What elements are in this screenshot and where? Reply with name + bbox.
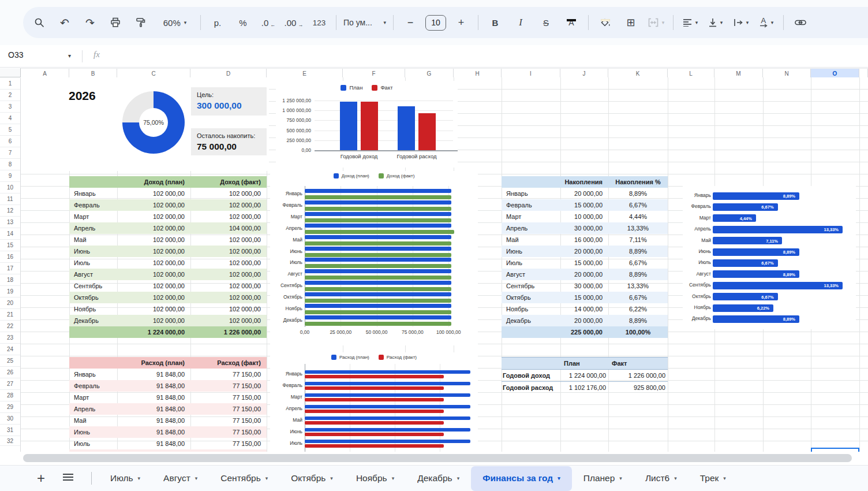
- row-header-11[interactable]: 11: [0, 194, 20, 205]
- cell[interactable]: 77 150,00: [190, 438, 267, 449]
- cell[interactable]: 13,33%: [608, 222, 668, 234]
- row-header-30[interactable]: 30: [0, 413, 20, 425]
- column-header-A[interactable]: A: [21, 69, 69, 78]
- cell[interactable]: 77 150,00: [190, 369, 267, 380]
- cell[interactable]: Доход (факт): [190, 176, 267, 188]
- table-row[interactable]: Апрель30 000,0013,33%: [502, 222, 668, 234]
- insert-link-button[interactable]: [788, 12, 813, 33]
- table-row[interactable]: Декабрь102 000,00102 000,00: [69, 315, 267, 326]
- cell[interactable]: Апрель: [69, 222, 117, 234]
- cell[interactable]: [69, 176, 117, 188]
- row-header-7[interactable]: 7: [0, 147, 20, 159]
- cell[interactable]: 102 000,00: [117, 257, 190, 269]
- savings-percent-bar-chart[interactable]: Январь8,89%Февраль6,67%Март4,44%Апрель13…: [683, 186, 856, 329]
- cell[interactable]: [69, 357, 117, 369]
- table-row[interactable]: Ноябрь14 000,006,22%: [502, 303, 668, 315]
- formula-input[interactable]: [115, 45, 866, 67]
- cell[interactable]: Август: [69, 269, 117, 280]
- cell[interactable]: 8,89%: [608, 269, 668, 280]
- cell[interactable]: Февраль: [502, 199, 560, 211]
- cell[interactable]: 102 000,00: [117, 211, 190, 222]
- cell[interactable]: 1 224 000,00: [560, 370, 608, 381]
- cell[interactable]: Накопления %: [608, 176, 668, 188]
- print-button[interactable]: [103, 12, 128, 33]
- cell[interactable]: 925 800,00: [608, 382, 668, 392]
- row-header-29[interactable]: 29: [0, 401, 20, 413]
- row-header-6[interactable]: 6: [0, 136, 20, 147]
- table-row[interactable]: Ноябрь102 000,00102 000,00: [69, 303, 267, 315]
- cell[interactable]: 91 848,00: [117, 438, 190, 449]
- decrease-decimal-button[interactable]: .0←: [256, 12, 281, 33]
- table-row[interactable]: Сентябрь30 000,0013,33%: [502, 280, 668, 292]
- cell[interactable]: Расход (план): [117, 357, 190, 369]
- cell[interactable]: 102 000,00: [190, 280, 267, 292]
- column-header-J[interactable]: J: [560, 69, 608, 78]
- row-header-25[interactable]: 25: [0, 355, 20, 367]
- cell[interactable]: 102 000,00: [190, 234, 267, 246]
- table-row[interactable]: Сентябрь102 000,00102 000,00: [69, 280, 267, 292]
- column-header-G[interactable]: G: [405, 69, 454, 78]
- cell[interactable]: Февраль: [69, 199, 117, 211]
- column-header-I[interactable]: I: [502, 69, 560, 78]
- row-header-31[interactable]: 31: [0, 425, 20, 436]
- sheet-tab-Планер[interactable]: Планер▾: [572, 466, 634, 491]
- undo-button[interactable]: ↶: [52, 12, 77, 33]
- horizontal-align-button[interactable]: ▾: [678, 12, 703, 33]
- fill-color-button[interactable]: [593, 12, 618, 33]
- column-header-partial[interactable]: [859, 69, 868, 78]
- row-header-20[interactable]: 20: [0, 297, 20, 309]
- annual-summary-table[interactable]: ПланФактГодовой доход1 224 000,001 226 0…: [502, 357, 668, 392]
- row-header-16[interactable]: 16: [0, 251, 20, 263]
- table-row[interactable]: Декабрь20 000,008,89%: [502, 315, 668, 326]
- cell[interactable]: 20 000,00: [560, 246, 608, 257]
- table-row[interactable]: Март10 000,004,44%: [502, 211, 668, 222]
- font-family-select[interactable]: По ум... ▾: [341, 12, 389, 33]
- name-box[interactable]: O33: [8, 50, 23, 59]
- table-row[interactable]: Февраль91 848,0077 150,00: [69, 380, 267, 392]
- cell[interactable]: 1 226 000,00: [190, 326, 267, 338]
- cell[interactable]: 6,67%: [608, 199, 668, 211]
- column-header-F[interactable]: F: [343, 69, 405, 78]
- column-header-H[interactable]: H: [454, 69, 502, 78]
- row-header-2[interactable]: 2: [0, 90, 20, 101]
- sheet-tab-Август[interactable]: Август▾: [152, 466, 209, 491]
- table-row[interactable]: Июль91 848,0077 150,00: [69, 438, 267, 449]
- row-header-17[interactable]: 17: [0, 263, 20, 274]
- cell[interactable]: 4,44%: [608, 211, 668, 222]
- cell[interactable]: 20 000,00: [560, 315, 608, 326]
- sheet-tab-Лист6[interactable]: Лист6▾: [634, 466, 689, 491]
- cell[interactable]: 102 000,00: [190, 211, 267, 222]
- cell[interactable]: Май: [502, 234, 560, 246]
- add-sheet-button[interactable]: +: [37, 470, 45, 486]
- table-row[interactable]: Февраль15 000,006,67%: [502, 199, 668, 211]
- cell[interactable]: 100,00%: [608, 326, 668, 338]
- cell[interactable]: 6,22%: [608, 303, 668, 315]
- row-header-9[interactable]: 9: [0, 170, 20, 182]
- cell[interactable]: 7,11%: [608, 234, 668, 246]
- cell[interactable]: Март: [502, 211, 560, 222]
- zoom-select[interactable]: 60% ▾: [154, 12, 196, 33]
- cell[interactable]: 77 150,00: [190, 426, 267, 438]
- decrease-font-size-button[interactable]: −: [398, 12, 423, 33]
- cell[interactable]: 102 000,00: [190, 199, 267, 211]
- cell[interactable]: 102 000,00: [117, 246, 190, 257]
- cell[interactable]: 102 000,00: [190, 246, 267, 257]
- column-header-E[interactable]: E: [267, 69, 343, 78]
- text-wrap-button[interactable]: ▾: [728, 12, 754, 33]
- table-row[interactable]: Март102 000,00102 000,00: [69, 211, 267, 222]
- cell[interactable]: 102 000,00: [117, 280, 190, 292]
- table-row[interactable]: Март91 848,0077 150,00: [69, 392, 267, 403]
- row-header-26[interactable]: 26: [0, 367, 20, 378]
- cell[interactable]: План: [560, 358, 608, 369]
- cell[interactable]: 102 000,00: [117, 199, 190, 211]
- column-header-K[interactable]: K: [608, 69, 668, 78]
- annual-plan-fact-bar-chart[interactable]: ПланФакт0,00250 000,00500 000,00750 000,…: [276, 81, 458, 168]
- column-header-M[interactable]: M: [714, 69, 763, 78]
- row-header-19[interactable]: 19: [0, 286, 20, 297]
- cell[interactable]: 91 848,00: [117, 369, 190, 380]
- table-row[interactable]: Июнь102 000,00102 000,00: [69, 246, 267, 257]
- row-header-22[interactable]: 22: [0, 321, 20, 332]
- cell[interactable]: 10 000,00: [560, 211, 608, 222]
- cell[interactable]: Июнь: [502, 246, 560, 257]
- row-header-1[interactable]: 1: [0, 78, 20, 90]
